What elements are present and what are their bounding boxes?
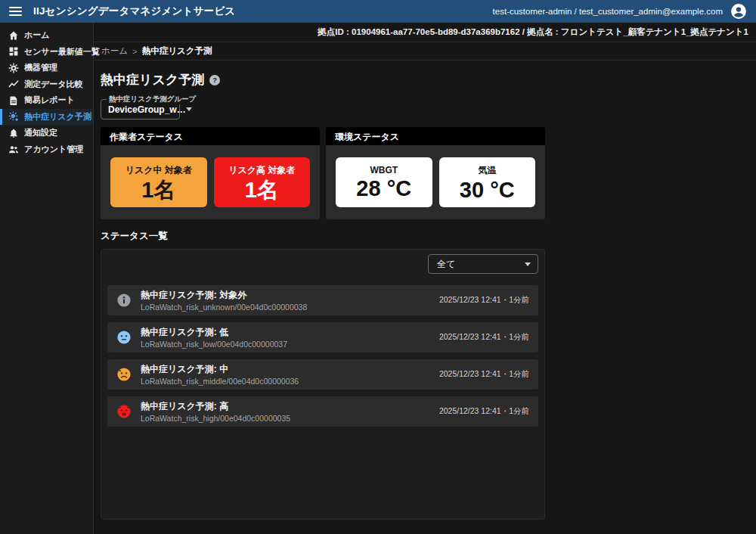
status-panels: 作業者ステータス リスク中 対象者 1名 リスク高 対象者 1名 環境ステータス [101,127,545,219]
app-title: IIJセンシングデータマネジメントサービス [33,5,235,18]
status-filter-value: 全て [437,258,455,271]
line-chart-icon [8,79,19,89]
temperature-value: 30 °C [460,179,515,201]
face-high-icon [116,404,132,419]
sidebar-item-account-management[interactable]: アカウント管理 [0,141,93,158]
sidebar-item-data-compare[interactable]: 測定データ比較 [0,76,93,93]
risk-middle-card: リスク中 対象者 1名 [110,157,207,207]
env-status-title: 環境ステータス [326,127,545,145]
status-row-time: 2025/12/23 12:41・1分前 [439,332,529,343]
face-low-icon [116,330,132,345]
wbgt-value: 28 °C [356,178,411,200]
risk-group-select-label: 熱中症リスク予測グループ [107,95,198,104]
risk-middle-count: 1名 [141,179,175,201]
status-rows: 熱中症リスク予測: 対象外 LoRaWatch_risk_unknown/00e… [107,285,538,433]
status-row-title: 熱中症リスク予測: 中 [141,363,299,376]
bell-icon [8,128,19,138]
status-row-device: LoRaWatch_risk_unknown/00e04d0c00000038 [141,303,307,312]
user-account-label: test-customer-admin / test_customer_admi… [493,7,723,16]
sidebar-item-label: 測定データ比較 [24,79,83,90]
status-list-title: ステータス一覧 [101,230,545,243]
wbgt-label: WBGT [370,165,398,175]
status-row-device: LoRaWatch_risk_low/00e04d0c00000037 [141,340,287,349]
temperature-label: 気温 [478,164,496,177]
status-row-title: 熱中症リスク予測: 低 [141,326,287,339]
sidebar-item-label: 簡易レポート [24,95,75,106]
breadcrumb: ホーム > 熱中症リスク予測 [94,42,756,61]
status-row-title: 熱中症リスク予測: 高 [141,400,290,413]
document-icon [8,95,19,106]
risk-high-card: リスク高 対象者 1名 [214,157,311,207]
breadcrumb-current: 熱中症リスク予測 [142,45,212,57]
chevron-down-icon [525,262,531,266]
sidebar-item-home[interactable]: ホーム [0,27,93,44]
sidebar-item-sensor-latest[interactable]: センサー最新値一覧 [0,44,93,61]
sidebar-item-label: アカウント管理 [24,144,83,155]
status-filter-select[interactable]: 全て [428,254,538,274]
risk-middle-label: リスク中 対象者 [125,164,192,177]
people-icon [8,144,19,154]
status-row-time: 2025/12/23 12:41・1分前 [439,295,529,306]
status-row-time: 2025/12/23 12:41・1分前 [439,406,529,417]
status-row-device: LoRaWatch_risk_high/00e04d0c00000035 [141,414,290,423]
status-row-middle[interactable]: 熱中症リスク予測: 中 LoRaWatch_risk_middle/00e04d… [107,359,538,390]
sidebar-item-label: センサー最新値一覧 [24,46,100,57]
sidebar-item-label: ホーム [24,29,50,41]
app-shell: ホーム センサー最新値一覧 [0,23,756,534]
home-icon [8,30,19,41]
sidebar-item-label: 機器管理 [24,62,57,73]
chevron-down-icon [186,107,192,111]
temperature-card: 気温 30 °C [439,157,536,207]
worker-status-title: 作業者ステータス [101,127,320,145]
breadcrumb-home[interactable]: ホーム [101,45,128,57]
help-icon[interactable]: ? [209,75,220,85]
gear-icon [8,63,19,73]
breadcrumb-separator: > [132,47,138,56]
app-header: IIJセンシングデータマネジメントサービス test-customer-admi… [0,0,756,23]
sidebar-item-notification-settings[interactable]: 通知設定 [0,125,93,141]
menu-icon[interactable] [9,7,22,16]
dashboard-grid-icon [8,46,19,57]
env-status-panel: 環境ステータス WBGT 28 °C 気温 30 °C [326,127,545,219]
risk-high-label: リスク高 対象者 [228,164,295,177]
status-list-panel: 全て 熱中症リスク予測: 対象外 [101,249,545,520]
sidebar-item-heat-risk[interactable]: 熱中症リスク予測 [0,109,93,126]
status-row-time: 2025/12/23 12:41・1分前 [439,369,529,380]
risk-high-count: 1名 [245,179,279,201]
sidebar-item-device-management[interactable]: 機器管理 [0,60,93,76]
page-body: 熱中症リスク予測 ? 熱中症リスク予測グループ DeviceGroup_w… 作… [94,61,545,520]
sidebar-item-label: 通知設定 [24,127,57,138]
site-info-text: 拠点ID : 01904961-aa77-70e5-bd89-d37a369b7… [318,26,748,38]
sun-heat-icon [8,111,19,122]
site-info-bar: 拠点ID : 01904961-aa77-70e5-bd89-d37a369b7… [94,23,756,42]
status-row-low[interactable]: 熱中症リスク予測: 低 LoRaWatch_risk_low/00e04d0c0… [107,322,538,352]
face-middle-icon [116,367,132,382]
risk-group-select[interactable]: 熱中症リスク予測グループ DeviceGroup_w… [101,99,180,120]
sidebar-item-simple-report[interactable]: 簡易レポート [0,92,93,109]
worker-status-panel: 作業者ステータス リスク中 対象者 1名 リスク高 対象者 1名 [101,127,320,219]
status-row-title: 熱中症リスク予測: 対象外 [141,289,307,302]
status-row-unknown[interactable]: 熱中症リスク予測: 対象外 LoRaWatch_risk_unknown/00e… [107,285,538,315]
risk-group-select-value: DeviceGroup_w… [108,104,186,115]
account-circle-icon[interactable] [730,3,747,20]
page-title: 熱中症リスク予測 [101,71,204,88]
status-row-device: LoRaWatch_risk_middle/00e04d0c00000036 [141,377,299,386]
wbgt-card: WBGT 28 °C [336,157,432,207]
main-content: 拠点ID : 01904961-aa77-70e5-bd89-d37a369b7… [94,23,756,534]
status-row-high[interactable]: 熱中症リスク予測: 高 LoRaWatch_risk_high/00e04d0c… [107,396,538,427]
sidebar: ホーム センサー最新値一覧 [0,23,94,534]
info-icon [116,293,132,308]
sidebar-item-label: 熱中症リスク予測 [24,111,91,123]
